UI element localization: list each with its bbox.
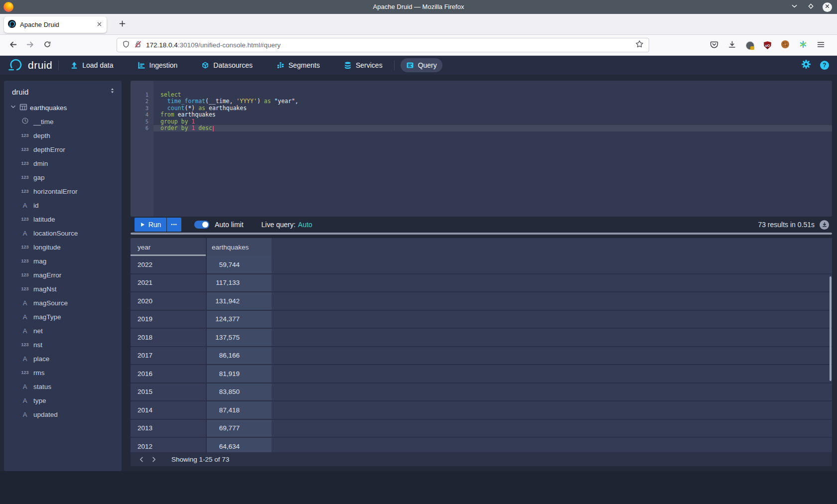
nav-item-services[interactable]: Services — [338, 58, 388, 72]
settings-gear-icon[interactable] — [801, 59, 811, 71]
maximize-button[interactable] — [806, 2, 816, 12]
cell-earthquakes[interactable]: 86,166 — [207, 347, 272, 366]
druid-logo[interactable]: druid — [8, 57, 52, 74]
cell-earthquakes[interactable]: 137,575 — [207, 329, 272, 347]
next-page-button[interactable] — [147, 453, 159, 465]
reload-button[interactable] — [41, 39, 53, 51]
table-row[interactable]: 2020131,942 — [131, 292, 832, 311]
live-query-control[interactable]: Live query: Auto — [262, 221, 312, 229]
ublock-origin-icon[interactable]: uO — [764, 41, 771, 49]
menu-hamburger-icon[interactable] — [817, 40, 825, 51]
bookmark-star-icon[interactable] — [635, 40, 644, 50]
nav-item-ingestion[interactable]: Ingestion — [132, 58, 183, 72]
back-button[interactable] — [7, 39, 19, 51]
cell-year[interactable]: 2019 — [131, 311, 207, 329]
cell-year[interactable]: 2014 — [131, 401, 207, 420]
column-item-magSource[interactable]: AmagSource — [4, 296, 122, 310]
run-button[interactable]: Run — [135, 218, 166, 232]
forward-button[interactable] — [24, 39, 36, 51]
nav-item-query[interactable]: Query — [401, 58, 442, 72]
new-tab-button[interactable] — [116, 18, 129, 31]
tab-close-icon[interactable] — [96, 20, 103, 29]
auto-limit-toggle[interactable] — [194, 221, 209, 229]
vertical-scrollbar-thumb[interactable] — [830, 276, 832, 381]
prev-page-button[interactable] — [136, 453, 147, 465]
table-row[interactable]: 201583,850 — [131, 383, 832, 402]
column-item-type[interactable]: Atype — [4, 393, 122, 407]
download-icon[interactable] — [728, 40, 736, 51]
column-item-horizontalError[interactable]: 123horizontalError — [4, 184, 122, 198]
cell-year[interactable]: 2021 — [131, 274, 207, 293]
sort-double-caret-icon[interactable] — [109, 87, 116, 96]
table-row[interactable]: 202259,744 — [131, 256, 832, 274]
cell-year[interactable]: 2016 — [131, 365, 207, 383]
table-row[interactable]: 201786,166 — [131, 347, 832, 366]
close-window-button[interactable] — [823, 2, 832, 12]
cell-year[interactable]: 2012 — [131, 438, 207, 452]
cell-earthquakes[interactable]: 124,377 — [207, 311, 272, 329]
column-item-rms[interactable]: 123rms — [4, 366, 122, 379]
column-item-locationSource[interactable]: AlocationSource — [4, 226, 122, 240]
column-item-latitude[interactable]: 123latitude — [4, 212, 122, 226]
column-item-depth[interactable]: 123depth — [4, 128, 122, 142]
shield-icon[interactable] — [122, 40, 130, 50]
cookie-extension-icon[interactable] — [781, 40, 790, 51]
privacy-extension-icon[interactable] — [746, 41, 754, 50]
column-header-year[interactable]: year — [131, 238, 207, 256]
cell-year[interactable]: 2018 — [131, 329, 207, 347]
nav-item-segments[interactable]: Segments — [271, 58, 325, 72]
cell-year[interactable]: 2022 — [131, 256, 207, 274]
sidebar-item-earthquakes[interactable]: earthquakes — [4, 101, 122, 115]
column-item-mag[interactable]: 123mag — [4, 254, 122, 268]
column-header-earthquakes[interactable]: earthquakes — [207, 238, 272, 256]
column-item-longitude[interactable]: 123longitude — [4, 240, 122, 254]
column-item-magNst[interactable]: 123magNst — [4, 282, 122, 296]
horizontal-scrollbar-thumb[interactable] — [131, 233, 832, 235]
table-row[interactable]: 201487,418 — [131, 401, 832, 420]
pocket-icon[interactable] — [710, 40, 718, 51]
help-icon[interactable]: ? — [820, 61, 829, 70]
column-item-__time[interactable]: __time — [4, 115, 122, 128]
chevron-down-icon[interactable] — [9, 103, 17, 112]
cell-earthquakes[interactable]: 64,634 — [207, 438, 272, 452]
cell-earthquakes[interactable]: 83,850 — [207, 383, 272, 402]
sql-editor[interactable]: 123456 select time_format(__time, 'YYYY'… — [131, 81, 832, 217]
containers-extension-icon[interactable] — [799, 40, 807, 50]
cell-year[interactable]: 2017 — [131, 347, 207, 366]
cell-year[interactable]: 2013 — [131, 420, 207, 438]
table-row[interactable]: 201681,919 — [131, 365, 832, 383]
url-bar[interactable]: 172.18.0.4:30109/unified-console.html#qu… — [117, 38, 649, 52]
run-more-button[interactable]: ••• — [167, 218, 181, 232]
cell-earthquakes[interactable]: 87,418 — [207, 401, 272, 420]
cell-earthquakes[interactable]: 131,942 — [207, 292, 272, 311]
column-item-magError[interactable]: 123magError — [4, 268, 122, 282]
table-row[interactable]: 201369,777 — [131, 420, 832, 438]
column-item-net[interactable]: Anet — [4, 324, 122, 338]
table-row[interactable]: 2018137,575 — [131, 329, 832, 347]
horizontal-scrollbar[interactable] — [131, 233, 832, 235]
column-item-dmin[interactable]: 123dmin — [4, 156, 122, 170]
cell-earthquakes[interactable]: 81,919 — [207, 365, 272, 383]
table-row[interactable]: 201264,634 — [131, 438, 832, 452]
column-item-magType[interactable]: AmagType — [4, 310, 122, 324]
cell-year[interactable]: 2020 — [131, 292, 207, 311]
cell-year[interactable]: 2015 — [131, 383, 207, 402]
nav-item-load-data[interactable]: Load data — [65, 58, 119, 72]
column-item-updated[interactable]: Aupdated — [4, 407, 122, 421]
column-item-gap[interactable]: 123gap — [4, 170, 122, 184]
minimize-button[interactable] — [790, 2, 799, 12]
table-row[interactable]: 2021117,133 — [131, 274, 832, 293]
lock-broken-icon[interactable] — [134, 40, 142, 50]
cell-earthquakes[interactable]: 117,133 — [207, 274, 272, 293]
download-results-button[interactable] — [820, 220, 829, 230]
column-item-place[interactable]: Aplace — [4, 352, 122, 366]
column-item-depthError[interactable]: 123depthError — [4, 142, 122, 156]
cell-earthquakes[interactable]: 59,744 — [207, 256, 272, 274]
browser-tab-apache-druid[interactable]: Apache Druid — [4, 16, 107, 33]
cell-earthquakes[interactable]: 69,777 — [207, 420, 272, 438]
table-row[interactable]: 2019124,377 — [131, 311, 832, 329]
column-item-status[interactable]: Astatus — [4, 379, 122, 393]
column-item-id[interactable]: Aid — [4, 198, 122, 212]
nav-item-datasources[interactable]: Datasources — [196, 58, 258, 72]
column-item-nst[interactable]: 123nst — [4, 338, 122, 352]
